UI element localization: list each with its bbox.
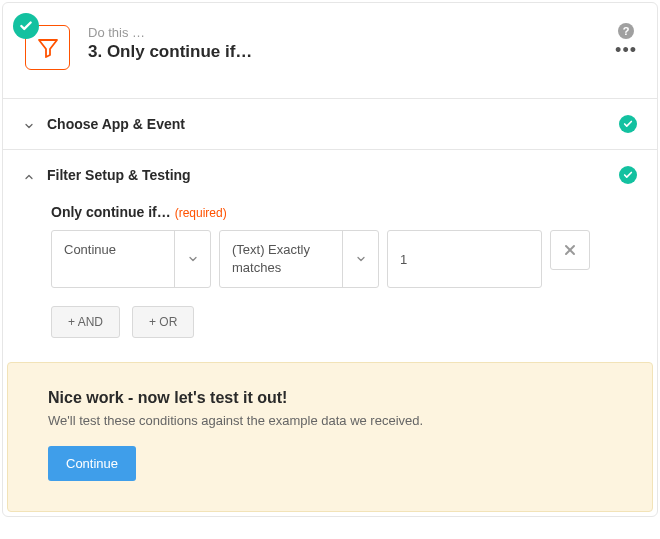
more-menu-icon[interactable]: ••• [615,45,637,55]
section-choose-app[interactable]: Choose App & Event [3,98,657,149]
add-and-button[interactable]: + AND [51,306,120,338]
value-input[interactable] [387,230,542,288]
chevron-down-icon [23,118,35,130]
step-kicker: Do this … [88,25,637,40]
remove-condition-button[interactable] [550,230,590,270]
help-icon[interactable]: ? [618,23,634,39]
field-dropdown-value: Continue [52,231,174,287]
section-filter-setup[interactable]: Filter Setup & Testing [3,149,657,200]
test-panel: Nice work - now let's test it out! We'll… [7,362,653,512]
status-check-icon [619,115,637,133]
add-or-button[interactable]: + OR [132,306,194,338]
required-label: (required) [175,206,227,220]
test-title: Nice work - now let's test it out! [48,389,612,407]
chevron-up-icon [23,169,35,181]
section-title-filter: Filter Setup & Testing [47,167,607,183]
app-icon-wrap [25,25,70,70]
filter-field-label-text: Only continue if… [51,204,171,220]
filter-condition-row: Continue (Text) Exactly matches [51,230,637,288]
chevron-down-icon[interactable] [342,231,378,287]
field-dropdown[interactable]: Continue [51,230,211,288]
status-success-icon [13,13,39,39]
filter-field-label: Only continue if… (required) [51,204,637,220]
continue-button[interactable]: Continue [48,446,136,481]
status-check-icon [619,166,637,184]
step-header: Do this … 3. Only continue if… ? ••• [3,3,657,98]
section-title-choose-app: Choose App & Event [47,116,607,132]
filter-body: Only continue if… (required) Continue (T… [3,200,657,362]
chevron-down-icon[interactable] [174,231,210,287]
step-title: 3. Only continue if… [88,42,637,62]
condition-dropdown[interactable]: (Text) Exactly matches [219,230,379,288]
test-description: We'll test these conditions against the … [48,413,612,428]
condition-dropdown-value: (Text) Exactly matches [220,231,342,287]
